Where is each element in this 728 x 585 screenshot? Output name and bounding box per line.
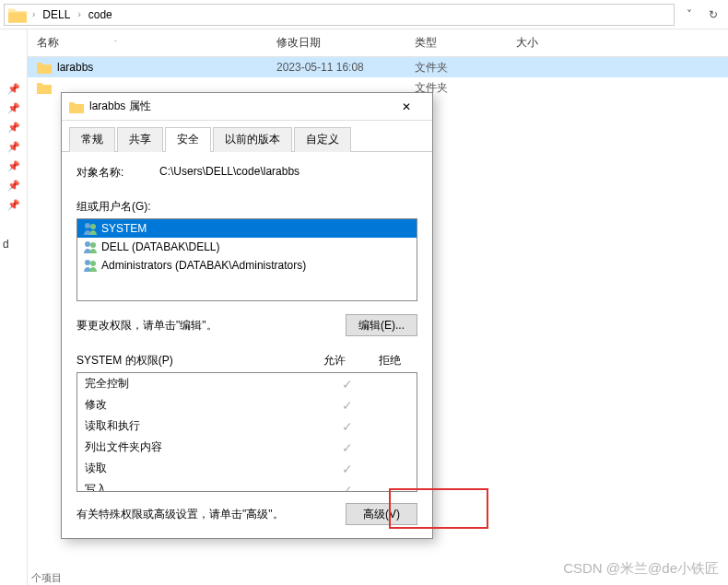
dropdown-icon[interactable]: ˅ (678, 4, 700, 26)
chevron-right-icon: › (77, 9, 80, 19)
user-name: SYSTEM (101, 222, 147, 235)
permission-name: 读取 (85, 461, 324, 476)
permission-row[interactable]: 完全控制✓ (77, 373, 417, 394)
svg-point-1 (90, 224, 96, 229)
permission-row[interactable]: 写入✓ (77, 479, 417, 492)
permission-allow: ✓ (324, 398, 370, 413)
pin-icon: 📌 (0, 141, 27, 153)
file-date: 2023-05-11 16:08 (267, 61, 405, 74)
user-name: Administrators (DATABAK\Administrators) (101, 259, 306, 272)
permission-allow: ✓ (324, 377, 370, 392)
pin-icon: 📌 (0, 160, 27, 172)
svg-point-0 (85, 223, 90, 228)
chevron-right-icon: › (32, 9, 35, 19)
user-group-icon (83, 258, 98, 273)
check-icon: ✓ (342, 398, 353, 413)
permission-row[interactable]: 列出文件夹内容✓ (77, 437, 417, 458)
folder-icon (8, 6, 27, 24)
check-icon: ✓ (342, 483, 353, 493)
user-row[interactable]: SYSTEM (77, 219, 417, 238)
permission-row[interactable]: 读取和执行✓ (77, 415, 417, 437)
permission-name: 读取和执行 (85, 418, 324, 434)
tab-安全[interactable]: 安全 (165, 127, 211, 152)
table-row[interactable]: larabbs2023-05-11 16:08文件夹 (28, 57, 728, 77)
pin-icon: 📌 (0, 83, 27, 95)
breadcrumb-path[interactable]: › DELL › code (4, 4, 675, 26)
permissions-listbox[interactable]: 完全控制✓修改✓读取和执行✓列出文件夹内容✓读取✓写入✓ (76, 372, 417, 492)
sidebar-letter: d (3, 238, 9, 251)
column-type[interactable]: 类型 (405, 35, 507, 51)
breadcrumb-bar: › DELL › code ˅ ↻ (0, 0, 728, 29)
users-label: 组或用户名(G): (76, 199, 417, 215)
quick-access-sidebar: 📌 📌 📌 📌 📌 📌 📌 d (0, 29, 28, 585)
column-name[interactable]: 名称ˆ (28, 35, 267, 51)
check-icon: ✓ (342, 462, 353, 476)
tab-常规[interactable]: 常规 (69, 127, 115, 152)
folder-icon (37, 81, 52, 94)
permission-row[interactable]: 读取✓ (77, 458, 417, 479)
properties-dialog: larabbs 属性 ✕ 常规共享安全以前的版本自定义 对象名称: C:\Use… (61, 92, 433, 539)
svg-point-4 (85, 260, 90, 265)
dialog-title: larabbs 属性 (89, 99, 388, 114)
folder-icon (37, 61, 52, 74)
svg-point-3 (90, 242, 96, 248)
tab-共享[interactable]: 共享 (117, 127, 163, 152)
edit-hint: 要更改权限，请单击"编辑"。 (76, 318, 346, 333)
users-listbox[interactable]: SYSTEMDELL (DATABAK\DELL)Administrators … (76, 218, 417, 301)
advanced-button[interactable]: 高级(V) (346, 503, 417, 525)
permission-allow: ✓ (324, 462, 370, 476)
check-icon: ✓ (342, 419, 353, 434)
svg-point-5 (90, 261, 96, 266)
file-name: larabbs (57, 61, 93, 74)
permission-allow: ✓ (324, 483, 370, 493)
breadcrumb-segment[interactable]: code (83, 5, 118, 25)
column-date[interactable]: 修改日期 (267, 35, 405, 51)
refresh-icon[interactable]: ↻ (702, 4, 724, 26)
check-icon: ✓ (342, 440, 353, 455)
permission-allow: ✓ (324, 440, 370, 455)
dialog-titlebar[interactable]: larabbs 属性 ✕ (62, 93, 432, 121)
user-group-icon (83, 240, 98, 254)
pin-icon: 📌 (0, 122, 27, 134)
check-icon: ✓ (342, 377, 353, 392)
pin-icon: 📌 (0, 199, 27, 211)
advanced-hint: 有关特殊权限或高级设置，请单击"高级"。 (76, 507, 346, 522)
tab-自定义[interactable]: 自定义 (294, 127, 351, 152)
column-size[interactable]: 大小 (507, 35, 581, 51)
permission-row[interactable]: 修改✓ (77, 394, 417, 415)
user-row[interactable]: Administrators (DATABAK\Administrators) (77, 256, 417, 275)
folder-icon (69, 100, 84, 113)
object-name-value: C:\Users\DELL\code\larabbs (159, 165, 299, 181)
breadcrumb-segment[interactable]: DELL (37, 5, 76, 25)
tabs: 常规共享安全以前的版本自定义 (62, 121, 432, 152)
edit-button[interactable]: 编辑(E)... (346, 314, 417, 336)
permission-name: 完全控制 (85, 376, 324, 392)
user-row[interactable]: DELL (DATABAK\DELL) (77, 238, 417, 256)
permission-name: 写入 (85, 482, 324, 492)
user-group-icon (83, 221, 98, 236)
permissions-allow-header: 允许 (307, 353, 362, 369)
pin-icon: 📌 (0, 180, 27, 192)
status-items-count: 个项目 (31, 571, 62, 585)
svg-point-2 (85, 241, 90, 247)
file-type: 文件夹 (405, 60, 507, 76)
pin-icon: 📌 (0, 102, 27, 114)
column-headers: 名称ˆ 修改日期 类型 大小 (28, 29, 728, 57)
permission-name: 列出文件夹内容 (85, 439, 324, 455)
permissions-deny-header: 拒绝 (362, 353, 417, 369)
permission-allow: ✓ (324, 419, 370, 434)
close-button[interactable]: ✕ (388, 95, 425, 119)
close-icon: ✕ (402, 100, 411, 113)
user-name: DELL (DATABAK\DELL) (101, 240, 219, 253)
object-name-label: 对象名称: (76, 165, 159, 181)
permission-name: 修改 (85, 397, 324, 413)
tab-以前的版本[interactable]: 以前的版本 (213, 127, 292, 152)
permissions-header: SYSTEM 的权限(P) (76, 353, 307, 369)
sort-indicator-icon: ˆ (114, 39, 117, 47)
